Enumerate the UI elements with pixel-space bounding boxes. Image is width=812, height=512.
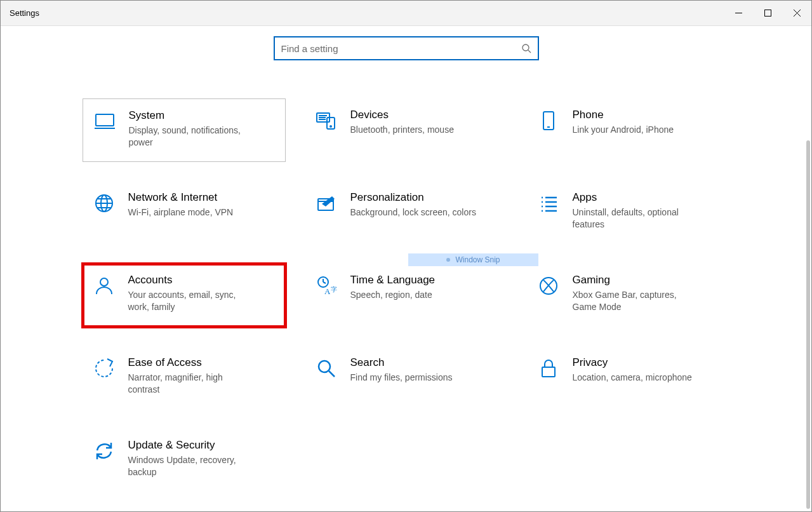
maximize-button[interactable]: [753, 1, 782, 25]
scrollbar[interactable]: [806, 140, 810, 509]
tile-title: Search: [350, 356, 453, 369]
tile-apps[interactable]: Apps Uninstall, defaults, optional featu…: [527, 181, 730, 245]
svg-rect-6: [96, 114, 114, 126]
tile-title: Personalization: [350, 191, 476, 204]
tile-title: Network & Internet: [128, 191, 234, 204]
tile-title: Accounts: [128, 274, 255, 286]
settings-grid: System Display, sound, notifications, po…: [83, 98, 730, 492]
tile-title: Phone: [573, 109, 674, 121]
xbox-icon: [536, 275, 561, 297]
svg-point-31: [100, 278, 108, 286]
tile-desc: Link your Android, iPhone: [573, 124, 674, 136]
window-controls: [724, 1, 811, 25]
tile-desc: Windows Update, recovery, backup: [128, 454, 255, 478]
tile-desc: Xbox Game Bar, captures, Game Mode: [573, 289, 700, 313]
window-title: Settings: [10, 8, 39, 18]
time-language-icon: A字: [314, 275, 339, 297]
tile-desc: Background, lock screen, colors: [350, 206, 476, 219]
svg-point-38: [319, 361, 330, 372]
minimize-button[interactable]: [724, 1, 753, 25]
svg-line-5: [528, 50, 531, 53]
tile-title: Time & Language: [350, 274, 436, 286]
svg-line-34: [323, 282, 326, 283]
tile-title: Ease of Access: [128, 356, 255, 369]
tile-network[interactable]: Network & Internet Wi-Fi, airplane mode,…: [83, 181, 286, 245]
tile-devices[interactable]: Devices Bluetooth, printers, mouse: [305, 98, 508, 162]
tile-ease-of-access[interactable]: Ease of Access Narrator, magnifier, high…: [83, 346, 286, 410]
tile-desc: Uninstall, defaults, optional features: [573, 206, 700, 231]
tile-personalization[interactable]: Personalization Background, lock screen,…: [305, 181, 508, 245]
tile-title: Devices: [350, 109, 454, 121]
svg-text:字: 字: [331, 286, 337, 293]
tile-desc: Narrator, magnifier, high contrast: [128, 372, 255, 396]
tile-privacy[interactable]: Privacy Location, camera, microphone: [527, 346, 730, 410]
search-icon: [521, 43, 531, 53]
search-category-icon: [314, 358, 339, 379]
tile-time-language[interactable]: A字 Time & Language Speech, region, date: [305, 264, 508, 327]
tile-title: System: [129, 109, 256, 122]
tile-desc: Speech, region, date: [350, 289, 436, 301]
svg-point-4: [522, 44, 529, 51]
tile-desc: Wi-Fi, airplane mode, VPN: [128, 206, 234, 219]
ease-icon: [91, 358, 117, 379]
tile-desc: Display, sound, notifications, power: [129, 125, 256, 149]
tile-gaming[interactable]: Gaming Xbox Game Bar, captures, Game Mod…: [527, 264, 730, 327]
svg-line-39: [329, 371, 335, 377]
svg-rect-40: [542, 367, 555, 377]
tile-title: Apps: [573, 191, 700, 204]
globe-icon: [91, 192, 117, 214]
tile-desc: Bluetooth, printers, mouse: [350, 124, 454, 136]
tile-phone[interactable]: Phone Link your Android, iPhone: [527, 98, 730, 162]
tile-desc: Location, camera, microphone: [573, 372, 692, 384]
tile-title: Gaming: [573, 274, 700, 286]
apps-icon: [536, 192, 561, 214]
svg-text:A: A: [324, 286, 331, 296]
tile-desc: Find my files, permissions: [350, 372, 453, 384]
person-icon: [91, 275, 117, 297]
svg-point-10: [330, 126, 331, 127]
tile-accounts[interactable]: Accounts Your accounts, email, sync, wor…: [83, 264, 286, 327]
phone-icon: [536, 110, 561, 131]
system-icon: [92, 111, 117, 132]
devices-icon: [314, 110, 339, 131]
tile-system[interactable]: System Display, sound, notifications, po…: [83, 98, 286, 162]
tile-title: Privacy: [573, 356, 692, 369]
content-area: System Display, sound, notifications, po…: [1, 26, 811, 511]
paint-icon: [314, 192, 339, 214]
tile-update-security[interactable]: Update & Security Windows Update, recove…: [83, 429, 286, 492]
tile-title: Update & Security: [128, 439, 255, 452]
tile-desc: Your accounts, email, sync, work, family: [128, 289, 255, 313]
lock-icon: [536, 358, 561, 379]
tile-search[interactable]: Search Find my files, permissions: [305, 346, 508, 410]
titlebar: Settings: [1, 1, 811, 26]
close-button[interactable]: [782, 1, 811, 25]
svg-rect-1: [764, 10, 771, 17]
sync-icon: [91, 440, 117, 462]
search-input[interactable]: [281, 43, 521, 54]
search-box[interactable]: [274, 36, 539, 60]
